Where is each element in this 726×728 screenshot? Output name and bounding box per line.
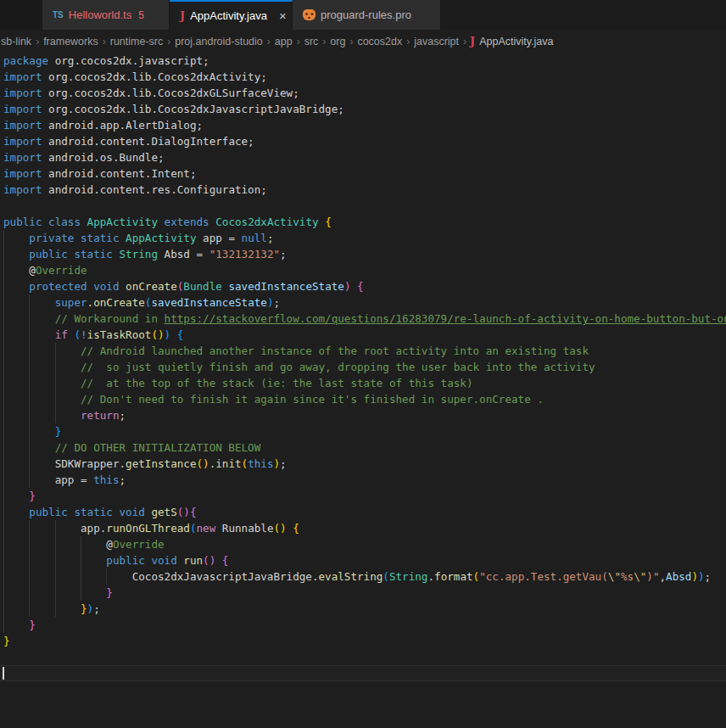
- tab-label: proguard-rules.pro: [321, 8, 411, 21]
- chevron-right-icon: ›: [319, 36, 329, 48]
- code-line: // Workaround in https://stackoverflow.c…: [0, 311, 726, 327]
- ts-icon: TS: [53, 10, 64, 20]
- tab-bar: TSHelloworld.ts5JAppActivity.java×progua…: [0, 0, 726, 30]
- chevron-right-icon: ›: [403, 36, 413, 48]
- text-cursor: [3, 667, 4, 680]
- code-line: super.onCreate(savedInstanceState);: [0, 294, 726, 311]
- code-line: import android.os.Bundle;: [0, 149, 726, 165]
- code-line: // Android launched another instance of …: [0, 343, 726, 359]
- breadcrumb-item-app[interactable]: app: [274, 36, 293, 48]
- code-line: // at the top of the stack (ie: the last…: [0, 375, 726, 391]
- code-line: }: [0, 617, 726, 633]
- code-line: import android.content.DialogInterface;: [0, 133, 726, 149]
- code-line: }: [0, 585, 726, 601]
- code-line: }: [0, 423, 726, 440]
- code-line: public static void getS(){: [0, 504, 726, 520]
- tab-label: Helloworld.ts: [69, 8, 131, 21]
- code-line: app.runOnGLThread(new Runnable() {: [0, 520, 726, 536]
- breadcrumb-item-org[interactable]: org: [329, 36, 346, 48]
- code-line: private static AppActivity app = null;: [0, 230, 726, 246]
- tab-problems-badge: 5: [138, 9, 144, 21]
- code-line: protected void onCreate(Bundle savedInst…: [0, 278, 726, 294]
- code-line-blank: [0, 649, 726, 665]
- breadcrumb-item-runtime-src[interactable]: runtime-src: [109, 36, 165, 48]
- tab-proguard-rules-pro[interactable]: proguard-rules.pro: [293, 0, 441, 30]
- chevron-right-icon: ›: [164, 36, 174, 48]
- breadcrumb-file-label: AppActivity.java: [479, 36, 553, 48]
- code-line: SDKWrapper.getInstance().init(this);: [0, 456, 726, 472]
- code-line: import org.cocos2dx.lib.Cocos2dxActivity…: [0, 69, 726, 85]
- code-line: package org.cocos2dx.javascript;: [0, 53, 726, 69]
- chevron-right-icon: ›: [32, 36, 42, 48]
- code-line: public void run() {: [0, 552, 726, 568]
- chevron-right-icon: ›: [293, 36, 304, 48]
- breadcrumb-item-proj-android-studio[interactable]: proj.android-studio: [174, 36, 264, 48]
- vscode-window: TSHelloworld.ts5JAppActivity.java×progua…: [0, 0, 726, 728]
- code-line: import android.content.res.Configuration…: [0, 182, 726, 198]
- breadcrumb-item-frameworks[interactable]: frameworks: [42, 36, 99, 48]
- code-editor[interactable]: package org.cocos2dx.javascript;import o…: [0, 53, 726, 728]
- code-line: if (!isTaskRoot()) {: [0, 327, 726, 343]
- code-line-blank: [0, 198, 726, 214]
- code-line: @Override: [0, 262, 726, 278]
- breadcrumb-item-src[interactable]: src: [304, 36, 320, 48]
- current-line-highlight: [0, 665, 726, 681]
- code-line: }: [0, 633, 726, 649]
- java-icon: J: [180, 9, 185, 22]
- code-line: });: [0, 601, 726, 617]
- code-line: // so just quietly finish and go away, d…: [0, 359, 726, 375]
- code-line: Cocos2dxJavascriptJavaBridge.evalString(…: [0, 568, 726, 585]
- code-line: public static String Absd = "132132132";: [0, 246, 726, 262]
- code-line: public class AppActivity extends Cocos2d…: [0, 214, 726, 230]
- code-line: import org.cocos2dx.lib.Cocos2dxGLSurfac…: [0, 85, 726, 101]
- breadcrumb: sb-link›frameworks›runtime-src›proj.andr…: [0, 30, 726, 53]
- tab-label: AppActivity.java: [190, 9, 267, 22]
- code-line: @Override: [0, 536, 726, 552]
- tab-appactivity-java[interactable]: JAppActivity.java×: [170, 0, 293, 30]
- breadcrumb-item-sb-link[interactable]: sb-link: [0, 36, 32, 48]
- code-line: // DO OTHER INITIALIZATION BELOW: [0, 440, 726, 456]
- code-line: import android.content.Intent;: [0, 165, 726, 182]
- code-line: return;: [0, 407, 726, 423]
- breadcrumb-file[interactable]: JAppActivity.java: [470, 35, 553, 48]
- code-line: import android.app.AlertDialog;: [0, 117, 726, 133]
- code-line: import org.cocos2dx.lib.Cocos2dxJavascri…: [0, 101, 726, 117]
- code-line: // Don't need to finish it again since i…: [0, 391, 726, 407]
- java-icon: J: [470, 35, 475, 48]
- breadcrumb-item-javascript[interactable]: javascript: [413, 36, 460, 48]
- chevron-right-icon: ›: [460, 36, 470, 48]
- code-line: app = this;: [0, 472, 726, 488]
- chevron-right-icon: ›: [99, 36, 109, 48]
- breadcrumb-item-cocos2dx[interactable]: cocos2dx: [356, 36, 403, 48]
- code-line: }: [0, 488, 726, 504]
- chevron-right-icon: ›: [346, 36, 356, 48]
- tab-bar-spacer: [0, 0, 42, 30]
- tab-helloworld-ts[interactable]: TSHelloworld.ts5: [42, 0, 170, 30]
- close-icon[interactable]: ×: [279, 9, 287, 22]
- proguard-icon: [303, 9, 316, 20]
- chevron-right-icon: ›: [264, 36, 274, 48]
